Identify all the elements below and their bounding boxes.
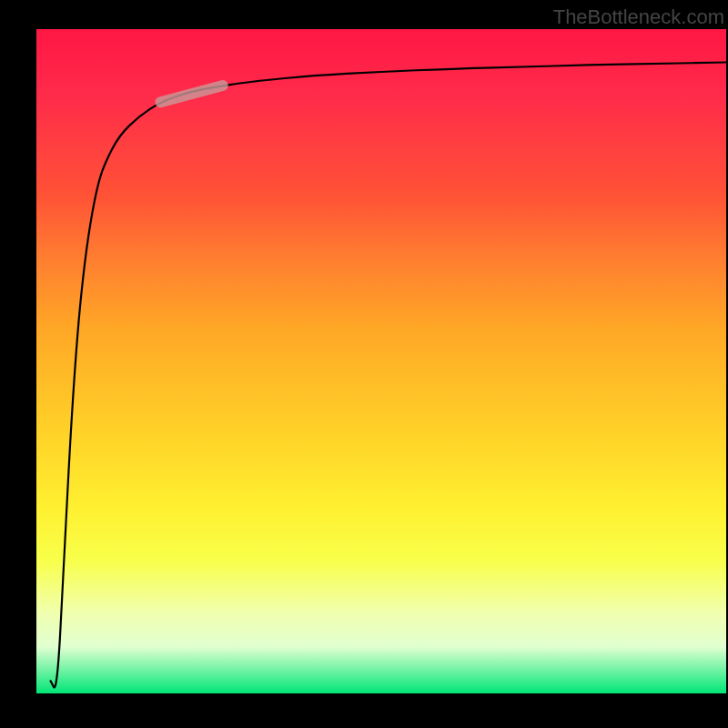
bottleneck-curve: [36, 29, 726, 693]
chart-frame: TheBottleneck.com: [0, 0, 728, 728]
attribution-text: TheBottleneck.com: [553, 5, 724, 29]
plot-area: [36, 29, 726, 693]
highlight-band: [160, 86, 222, 102]
curve-path: [50, 63, 726, 688]
